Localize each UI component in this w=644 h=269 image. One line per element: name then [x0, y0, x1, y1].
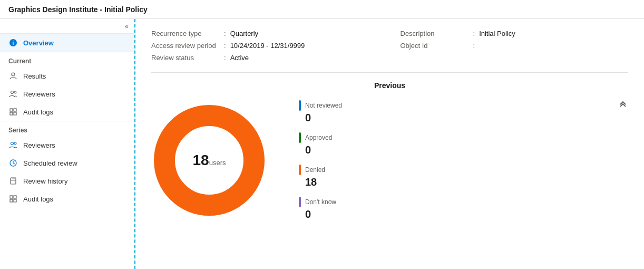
sidebar-scheduled-review-label: Scheduled review [23, 159, 77, 167]
recurrence-type-label: Recurrence type [151, 30, 220, 37]
sidebar-overview-label: Overview [23, 39, 54, 47]
recurrence-type-value: Quarterly [230, 30, 258, 37]
section-current-header: Current [0, 52, 134, 67]
people-icon [8, 89, 18, 99]
legend-item-dont-know: Don't know 0 [299, 197, 342, 220]
legend-item-not-reviewed: Not reviewed 0 [299, 100, 342, 124]
approved-bar [299, 132, 301, 143]
chart-legend-layout: 18users Not reviewed 0 [151, 100, 628, 220]
grid-series-icon [8, 194, 18, 204]
sidebar-item-audit-logs-current[interactable]: Audit logs [0, 103, 134, 121]
donut-center: 18users [193, 152, 226, 169]
sidebar-review-history-label: Review history [23, 177, 68, 185]
object-id-row: Object Id : [401, 42, 629, 50]
svg-text:i: i [13, 40, 14, 46]
fields-right: Description : Initial Policy Object Id : [401, 30, 629, 62]
section-series-header: Series [0, 121, 134, 136]
dont-know-label: Don't know [305, 198, 336, 206]
review-status-value: Active [230, 54, 249, 62]
page-title: Graphics Design Institute - Initial Poli… [8, 5, 148, 14]
access-review-period-row: Access review period : 10/24/2019 - 12/3… [151, 42, 379, 50]
svg-rect-18 [14, 196, 16, 198]
legend-list: Not reviewed 0 Approved 0 [299, 100, 342, 220]
description-value: Initial Policy [479, 30, 515, 37]
svg-rect-6 [14, 109, 16, 111]
not-reviewed-bar [299, 100, 301, 111]
svg-rect-8 [14, 112, 16, 115]
svg-point-4 [14, 91, 16, 93]
section-divider [151, 72, 628, 73]
previous-section: Previous 18users [151, 81, 628, 220]
svg-point-9 [11, 142, 14, 145]
not-reviewed-label: Not reviewed [305, 102, 342, 109]
svg-rect-19 [10, 199, 13, 202]
collapse-arrow[interactable] [618, 98, 628, 111]
info-icon: i [8, 38, 18, 47]
svg-rect-20 [14, 199, 16, 202]
svg-rect-7 [10, 112, 13, 115]
dont-know-bar [299, 197, 301, 207]
denied-label: Denied [305, 166, 325, 174]
main-layout: « i Overview Current Results [0, 19, 644, 269]
sidebar-audit-logs-current-label: Audit logs [23, 108, 53, 116]
sidebar-item-overview[interactable]: i Overview [0, 34, 134, 52]
denied-count: 18 [305, 176, 342, 188]
content-area: Recurrence type : Quarterly Access revie… [134, 19, 644, 269]
sidebar-item-scheduled-review[interactable]: Scheduled review [0, 154, 134, 172]
object-id-label: Object Id [401, 42, 469, 50]
sidebar-results-label: Results [23, 72, 46, 80]
sidebar-item-audit-logs-series[interactable]: Audit logs [0, 190, 134, 208]
legend-item-denied: Denied 18 [299, 165, 342, 188]
donut-number: 18 [193, 152, 209, 168]
approved-count: 0 [305, 144, 342, 156]
collapse-icon: « [125, 22, 129, 30]
donut-unit: users [209, 159, 226, 167]
denied-bar [299, 165, 301, 175]
sidebar-collapse-button[interactable]: « [0, 19, 134, 34]
svg-point-10 [14, 142, 16, 145]
sidebar-audit-logs-series-label: Audit logs [23, 195, 53, 203]
description-row: Description : Initial Policy [401, 30, 629, 37]
legend-item-approved: Approved 0 [299, 132, 342, 156]
sidebar-reviewers-current-label: Reviewers [23, 90, 55, 98]
not-reviewed-count: 0 [305, 112, 342, 124]
person-icon [8, 71, 18, 81]
approved-label: Approved [305, 134, 332, 141]
access-review-period-value: 10/24/2019 - 12/31/9999 [230, 42, 305, 50]
sidebar-item-results[interactable]: Results [0, 67, 134, 85]
donut-chart: 18users [151, 102, 267, 218]
svg-line-13 [13, 163, 15, 164]
access-review-period-label: Access review period [151, 42, 220, 50]
review-status-label: Review status [151, 54, 220, 62]
top-bar: Graphics Design Institute - Initial Poli… [0, 0, 644, 19]
svg-point-3 [11, 91, 14, 94]
review-status-row: Review status : Active [151, 54, 379, 62]
sidebar: « i Overview Current Results [0, 19, 134, 269]
description-label: Description [401, 30, 469, 37]
book-icon [8, 176, 18, 186]
sidebar-item-series-reviewers[interactable]: Reviewers [0, 136, 134, 154]
grid-icon [8, 107, 18, 117]
svg-rect-17 [10, 196, 13, 198]
people-series-icon [8, 140, 18, 150]
recurrence-type-row: Recurrence type : Quarterly [151, 30, 379, 37]
svg-point-2 [12, 73, 15, 76]
sidebar-item-reviewers-current[interactable]: Reviewers [0, 85, 134, 103]
sidebar-item-review-history[interactable]: Review history [0, 172, 134, 190]
clock-icon [8, 158, 18, 168]
fields-section: Recurrence type : Quarterly Access revie… [151, 30, 628, 62]
svg-rect-5 [10, 109, 13, 111]
dont-know-count: 0 [305, 208, 342, 220]
sidebar-series-reviewers-label: Reviewers [23, 141, 55, 149]
fields-left: Recurrence type : Quarterly Access revie… [151, 30, 379, 62]
previous-title: Previous [151, 81, 628, 90]
